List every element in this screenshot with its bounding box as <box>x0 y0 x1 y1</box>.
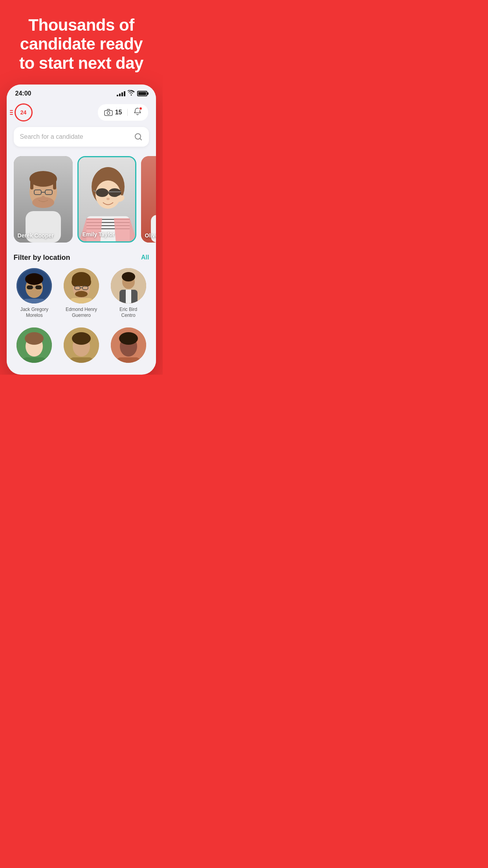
phone-card: 24:00 <box>7 85 156 375</box>
svg-point-1 <box>107 112 110 114</box>
status-icons <box>117 90 147 97</box>
camera-area[interactable]: 15 <box>104 109 128 116</box>
derek-photo <box>14 156 73 243</box>
edmond-photo <box>64 268 99 303</box>
candidates-scroll: Derek Cooper <box>14 156 156 243</box>
svg-point-78 <box>119 332 138 345</box>
app-logo[interactable]: 24 <box>15 103 33 121</box>
eric-name: Eric BirdCentro <box>119 307 137 319</box>
svg-rect-49 <box>35 285 42 289</box>
search-icon <box>134 132 143 141</box>
bottom-avatar-3[interactable] <box>108 327 149 363</box>
bottom-photo-3 <box>111 327 146 363</box>
svg-rect-0 <box>105 110 112 116</box>
svg-point-22 <box>106 198 110 200</box>
svg-rect-48 <box>27 285 33 289</box>
jack-photo <box>17 268 52 303</box>
svg-point-9 <box>32 197 54 208</box>
filter-header: Filter by location All <box>14 254 149 262</box>
svg-point-70 <box>25 332 44 345</box>
search-placeholder-text: Search for a candidate <box>20 133 130 140</box>
bell-area[interactable] <box>128 107 142 118</box>
bottom-avatar-2[interactable] <box>61 327 102 363</box>
camera-icon <box>104 109 113 116</box>
svg-point-14 <box>42 196 45 198</box>
oliver-name: Oliver Smith <box>145 232 156 239</box>
bottom-photo-2 <box>64 327 99 363</box>
svg-point-65 <box>122 272 135 281</box>
svg-point-60 <box>75 291 88 297</box>
notification-dot <box>139 107 143 110</box>
svg-rect-75 <box>70 357 93 363</box>
svg-rect-51 <box>22 299 46 303</box>
svg-rect-8 <box>53 178 56 189</box>
bottom-photo-1 <box>17 327 52 363</box>
candidate-card-emily[interactable]: Emily Taylor <box>77 156 136 243</box>
svg-rect-7 <box>30 178 33 189</box>
jack-name: Jack GregoryMorelos <box>20 307 48 319</box>
emily-name: Emily Taylor <box>83 231 131 237</box>
svg-rect-67 <box>126 290 131 303</box>
jack-avatar <box>17 268 52 303</box>
logo-circle: 24 <box>15 103 33 121</box>
derek-name: Derek Cooper <box>18 232 69 239</box>
location-item-edmond[interactable]: Edmond HenryGuerrero <box>61 268 102 319</box>
svg-point-56 <box>83 277 91 287</box>
signal-bars-icon <box>117 91 125 96</box>
candidate-card-derek[interactable]: Derek Cooper <box>14 156 73 243</box>
candidates-section: Derek Cooper <box>7 153 156 246</box>
status-bar: 24:00 <box>7 85 156 99</box>
search-bar[interactable]: Search for a candidate <box>14 127 149 147</box>
hero-title: Thousands of candidate ready to start ne… <box>12 16 151 73</box>
bottom-avatar-circle-1 <box>17 327 52 363</box>
svg-point-55 <box>72 277 79 287</box>
edmond-name: Edmond HenryGuerrero <box>66 307 97 319</box>
app-header: 24 15 <box>7 99 156 127</box>
location-item-eric[interactable]: Eric BirdCentro <box>108 268 149 319</box>
battery-icon <box>137 91 147 96</box>
hero-section: Thousands of candidate ready to start ne… <box>0 0 163 85</box>
eric-photo <box>111 268 146 303</box>
filter-all-button[interactable]: All <box>141 254 149 261</box>
svg-rect-71 <box>22 357 46 363</box>
location-grid: Jack GregoryMorelos <box>14 268 149 319</box>
bottom-avatar-circle-3 <box>111 327 146 363</box>
status-time: 24:00 <box>15 90 31 97</box>
wifi-icon <box>128 90 135 97</box>
edmond-avatar <box>64 268 99 303</box>
logo-text: 24 <box>20 109 27 116</box>
camera-count: 15 <box>115 109 122 116</box>
svg-point-6 <box>29 171 57 187</box>
emily-photo <box>79 157 136 243</box>
filter-title: Filter by location <box>14 254 70 262</box>
search-container: Search for a candidate <box>7 127 156 153</box>
header-right: 15 <box>98 104 149 121</box>
oliver-photo <box>141 156 156 243</box>
eric-avatar <box>111 268 146 303</box>
filter-section: Filter by location All <box>7 246 156 324</box>
location-item-jack[interactable]: Jack GregoryMorelos <box>14 268 55 319</box>
svg-point-74 <box>72 332 91 345</box>
bottom-avatars-row <box>7 324 156 367</box>
bottom-avatar-circle-2 <box>64 327 99 363</box>
bottom-avatar-1[interactable] <box>14 327 55 363</box>
svg-point-47 <box>25 273 43 285</box>
candidate-card-oliver[interactable]: Oliver Smith <box>141 156 156 243</box>
svg-rect-61 <box>70 298 93 303</box>
svg-rect-79 <box>117 357 140 363</box>
svg-point-18 <box>96 188 108 197</box>
